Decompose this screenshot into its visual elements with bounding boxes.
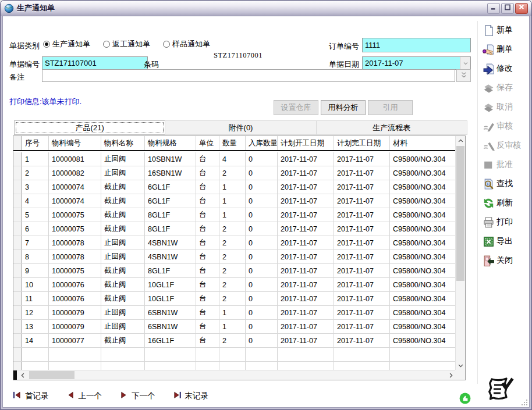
- table-row[interactable]: 510000075截止阀8GL1F台102017-11-072017-11-07…: [13, 208, 455, 222]
- table-cell: 0: [246, 208, 278, 222]
- last-record-icon: [173, 391, 182, 401]
- sidebar-button-delete[interactable]: 删单: [483, 43, 530, 56]
- table-cell: 截止阀: [101, 264, 145, 277]
- scroll-down-icon[interactable]: [456, 361, 465, 370]
- row-selector-cell[interactable]: [13, 250, 22, 263]
- minimize-button[interactable]: [487, 3, 500, 14]
- sidebar-button-export[interactable]: 导出: [483, 235, 530, 248]
- doc-date-input[interactable]: 2017-11-07: [362, 56, 471, 70]
- table-row[interactable]: 1310000079止回阀6SBN1W台102017-11-072017-11-…: [13, 320, 455, 334]
- tab-products[interactable]: 产品(21): [14, 120, 165, 135]
- table-cell: C95800/NO.304: [390, 334, 455, 347]
- table-cell: C95800/NO.304: [390, 264, 455, 277]
- table-cell: 2017-11-07: [278, 264, 334, 277]
- row-selector-cell[interactable]: [13, 208, 22, 222]
- table-cell: 10000079: [49, 306, 101, 319]
- table-cell: 8GL1F: [145, 222, 196, 236]
- action-button-reference[interactable]: 引用: [368, 100, 413, 115]
- table-cell: 13: [22, 320, 49, 333]
- table-cell: C95800/NO.304: [390, 250, 455, 263]
- tab-attachments[interactable]: 附件(0): [165, 120, 316, 135]
- table-cell: 0: [246, 278, 278, 291]
- table-row[interactable]: 310000074截止阀6GL1F台102017-11-072017-11-07…: [13, 180, 455, 194]
- sidebar-button-print[interactable]: 打印: [483, 216, 530, 229]
- vertical-scrollbar[interactable]: [455, 136, 465, 370]
- table-cell: 1: [219, 306, 246, 319]
- table-row[interactable]: 1410000077截止阀16GL1F台202017-11-072017-11-…: [13, 334, 455, 348]
- table-cell: 10: [22, 278, 49, 291]
- table-body: 110000081止回阀10SBN1W台402017-11-072017-11-…: [13, 152, 455, 370]
- table-row[interactable]: 1210000079止回阀6SBN1W台102017-11-072017-11-…: [13, 306, 455, 320]
- vertical-scroll-thumb[interactable]: [456, 146, 464, 281]
- doc-no-input[interactable]: [42, 56, 148, 70]
- remark-expand-button[interactable]: [456, 69, 471, 82]
- table-cell: 台: [196, 264, 219, 277]
- row-selector-cell[interactable]: [13, 362, 22, 370]
- table-row[interactable]: 110000081止回阀10SBN1W台402017-11-072017-11-…: [13, 152, 455, 166]
- action-button-material-analysis[interactable]: 用料分析: [321, 100, 366, 115]
- row-selector-cell[interactable]: [13, 194, 22, 208]
- sidebar-button-label: 关闭: [496, 255, 513, 266]
- table-row[interactable]: 210000082止回阀16SBN1W台202017-11-072017-11-…: [13, 166, 455, 180]
- nav-first-button[interactable]: 首记录: [13, 391, 49, 401]
- print-icon: [483, 216, 495, 229]
- doc-type-radio-rework[interactable]: 返工通知单: [103, 39, 150, 49]
- notepad-icon: [484, 376, 516, 404]
- table-cell: 止回阀: [101, 166, 145, 180]
- tab-process-sheet[interactable]: 生产流程表: [316, 120, 467, 135]
- table-cell: 8GL1F: [145, 208, 196, 222]
- resize-grip[interactable]: [520, 398, 529, 407]
- dropdown-arrow-icon[interactable]: [460, 57, 470, 69]
- table-cell: 2017-11-07: [334, 250, 390, 263]
- horizontal-scroll-thumb[interactable]: [29, 371, 75, 379]
- sidebar-button-modify[interactable]: 修改: [483, 62, 530, 75]
- scroll-right-icon[interactable]: [446, 370, 455, 380]
- close-button[interactable]: [515, 3, 528, 14]
- action-button-set-warehouse[interactable]: 设置仓库: [274, 100, 318, 115]
- nav-prev-button[interactable]: 上一个: [66, 391, 102, 401]
- table-row[interactable]: 910000075截止阀8GL1F台202017-11-072017-11-07…: [13, 264, 455, 278]
- row-selector-cell[interactable]: [13, 334, 22, 347]
- doc-type-radio-sample[interactable]: 样品通知单: [163, 39, 210, 49]
- row-selector-cell[interactable]: [13, 166, 22, 180]
- doc-type-radio-production[interactable]: 生产通知单: [43, 39, 90, 49]
- scroll-left-icon[interactable]: [18, 370, 27, 380]
- horizontal-scrollbar[interactable]: [13, 370, 455, 380]
- sidebar-button-new[interactable]: 新单: [483, 24, 530, 37]
- table-row[interactable]: 1010000076截止阀10GL1F台202017-11-072017-11-…: [13, 278, 455, 292]
- table-row[interactable]: 610000075截止阀8GL1F台202017-11-072017-11-07…: [13, 222, 455, 236]
- row-selector-cell[interactable]: [13, 292, 22, 305]
- table-cell: 10000078: [49, 250, 101, 263]
- sidebar-button-refresh[interactable]: 刷新: [483, 197, 530, 209]
- table-row-empty[interactable]: [13, 362, 455, 370]
- row-selector-cell[interactable]: [13, 278, 22, 291]
- svg-text:H: H: [487, 181, 490, 186]
- table-cell: C95800/NO.304: [390, 292, 455, 305]
- sidebar-button-close[interactable]: 关闭: [483, 254, 530, 267]
- table-cell: 台: [196, 250, 219, 263]
- remark-input[interactable]: [42, 69, 455, 82]
- scroll-up-icon[interactable]: [456, 136, 465, 145]
- nav-next-button[interactable]: 下一个: [119, 391, 155, 401]
- row-selector-cell[interactable]: [13, 236, 22, 249]
- table-row[interactable]: 410000074截止阀6GL1F台102017-11-072017-11-07…: [13, 194, 455, 208]
- row-selector-cell[interactable]: [13, 348, 22, 361]
- sidebar-button-label: 审核: [496, 121, 513, 131]
- nav-last-button[interactable]: 末记录: [173, 391, 209, 401]
- row-selector-cell[interactable]: [13, 264, 22, 277]
- row-selector-cell[interactable]: [13, 180, 22, 194]
- table-row[interactable]: 810000078止回阀4SBN1W台202017-11-072017-11-0…: [13, 250, 455, 264]
- scrollbar-corner: [455, 370, 465, 380]
- sidebar-button-find[interactable]: H查找: [483, 177, 530, 190]
- sidebar-button-label: 查找: [496, 179, 513, 189]
- row-selector-cell[interactable]: [13, 222, 22, 236]
- table-row-empty[interactable]: [13, 348, 455, 362]
- table-row[interactable]: 1110000076截止阀10GL1F台202017-11-072017-11-…: [13, 292, 455, 306]
- row-selector-cell[interactable]: [13, 152, 22, 166]
- maximize-button[interactable]: [501, 3, 514, 14]
- title-bar[interactable]: 生产通知单: [1, 1, 531, 16]
- row-selector-cell[interactable]: [13, 320, 22, 333]
- order-no-input[interactable]: [362, 38, 471, 52]
- row-selector-cell[interactable]: [13, 306, 22, 319]
- table-row[interactable]: 710000078止回阀4SBN1W台202017-11-072017-11-0…: [13, 236, 455, 250]
